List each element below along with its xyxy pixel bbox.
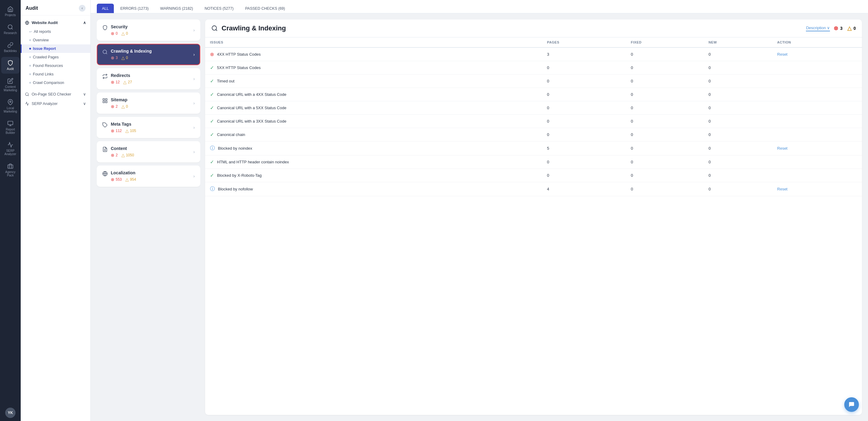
category-card-content[interactable]: Content ⊗ 2 △ 1050 › bbox=[97, 141, 200, 162]
category-card-crawling[interactable]: Crawling & Indexing ⊗ 3 △ 0 bbox=[97, 44, 200, 65]
issue-label: Blocked by noindex bbox=[218, 146, 252, 151]
user-avatar-section: YK bbox=[5, 408, 16, 418]
sidebar-item-serp-analyzer[interactable]: SERP Analyzer bbox=[1, 139, 20, 159]
issue-label: Canonical chain bbox=[217, 132, 245, 137]
action-cell bbox=[772, 61, 862, 74]
issue-label: 5XX HTTP Status Codes bbox=[217, 65, 261, 70]
sidebar-item-local-marketing[interactable]: Local Marketing bbox=[1, 96, 20, 116]
pass-icon: ✓ bbox=[210, 132, 214, 137]
new-cell: 0 bbox=[704, 61, 772, 74]
content-warning-count: △ 1050 bbox=[121, 153, 134, 158]
new-cell: 0 bbox=[704, 88, 772, 101]
description-button[interactable]: Description ∨ bbox=[806, 26, 830, 31]
sidebar-dot bbox=[29, 73, 31, 75]
action-cell: Reset bbox=[772, 47, 862, 61]
website-audit-section: Website Audit ∧ ↩ All reports Overview I… bbox=[21, 15, 90, 90]
localization-title: Localization bbox=[111, 170, 193, 175]
fixed-cell: 0 bbox=[626, 88, 704, 101]
total-errors-count: ⊗ 3 bbox=[834, 25, 842, 32]
chevron-right-icon: › bbox=[193, 125, 195, 130]
action-cell bbox=[772, 128, 862, 141]
new-cell: 0 bbox=[704, 156, 772, 169]
fixed-cell: 0 bbox=[626, 47, 704, 61]
on-page-seo-section[interactable]: On-Page SEO Checker ∨ bbox=[21, 90, 90, 99]
sidebar-overview[interactable]: Overview bbox=[21, 36, 90, 44]
fixed-cell: 0 bbox=[626, 115, 704, 128]
category-card-sitemap[interactable]: Sitemap ⊗ 2 △ 0 › bbox=[97, 93, 200, 114]
category-card-redirects[interactable]: Redirects ⊗ 12 △ 27 › bbox=[97, 68, 200, 90]
fixed-cell: 0 bbox=[626, 74, 704, 88]
tab-passed[interactable]: PASSED CHECKS (69) bbox=[240, 4, 290, 13]
tab-notices[interactable]: NOTICES (5277) bbox=[199, 4, 239, 13]
website-audit-header[interactable]: Website Audit ∧ bbox=[21, 18, 90, 27]
sidebar-dot bbox=[29, 56, 31, 58]
pages-cell: 4 bbox=[542, 182, 626, 196]
sidebar-found-links[interactable]: Found Links bbox=[21, 70, 90, 78]
svg-point-11 bbox=[103, 50, 106, 54]
sidebar-dot-active bbox=[29, 48, 31, 50]
sidebar-item-projects[interactable]: Projects bbox=[1, 3, 20, 20]
chat-button[interactable] bbox=[844, 397, 859, 412]
pages-cell: 0 bbox=[542, 61, 626, 74]
website-audit-chevron: ∧ bbox=[83, 21, 86, 25]
action-cell bbox=[772, 115, 862, 128]
issue-label: Blocked by X-Robots-Tag bbox=[217, 173, 262, 177]
right-panel-header: Crawling & Indexing Description ∨ ⊗ 3 △ … bbox=[205, 20, 862, 37]
new-cell: 0 bbox=[704, 182, 772, 196]
action-cell bbox=[772, 101, 862, 115]
sidebar-issue-report[interactable]: Issue Report bbox=[21, 44, 90, 53]
reset-button[interactable]: Reset bbox=[777, 146, 788, 151]
sidebar-dot bbox=[29, 82, 31, 84]
search-icon-panel bbox=[211, 25, 218, 32]
crawling-title: Crawling & Indexing bbox=[111, 49, 193, 54]
error-circle-icon: ⊗ bbox=[834, 25, 838, 32]
svg-rect-14 bbox=[105, 99, 107, 100]
sidebar-crawled-pages[interactable]: Crawled Pages bbox=[21, 53, 90, 61]
pages-cell: 0 bbox=[542, 88, 626, 101]
icon-navigation: Projects Research Backlinks Audit Conten… bbox=[0, 0, 21, 421]
main-content: ALL ERRORS (1273) WARNINGS (2182) NOTICE… bbox=[91, 0, 868, 421]
issue-label: Canonical URL with a 4XX Status Code bbox=[217, 92, 286, 97]
category-card-localization[interactable]: Localization ⊗ 553 △ 954 bbox=[97, 165, 200, 187]
sidebar-item-report-builder[interactable]: Report Builder bbox=[1, 118, 20, 137]
sidebar-found-resources[interactable]: Found Resources bbox=[21, 61, 90, 70]
serp-analyzer-section[interactable]: SERP Analyzer ∨ bbox=[21, 99, 90, 108]
svg-rect-16 bbox=[103, 101, 104, 103]
tag-icon bbox=[102, 122, 108, 129]
tabs-bar: ALL ERRORS (1273) WARNINGS (2182) NOTICE… bbox=[91, 0, 868, 13]
sidebar-item-content-marketing[interactable]: Content Marketing bbox=[1, 75, 20, 95]
sidebar-item-backlinks[interactable]: Backlinks bbox=[1, 39, 20, 56]
sidebar-item-audit[interactable]: Audit bbox=[1, 57, 20, 74]
fixed-cell: 0 bbox=[626, 141, 704, 156]
category-card-security[interactable]: Security ⊗ 0 △ 0 › bbox=[97, 20, 200, 41]
on-page-chevron: ∨ bbox=[83, 92, 86, 96]
collapse-sidebar-button[interactable]: ‹ bbox=[79, 5, 86, 11]
chevron-right-icon: › bbox=[193, 149, 195, 154]
category-card-meta-tags[interactable]: Meta Tags ⊗ 112 △ 105 bbox=[97, 117, 200, 138]
panel-title: Crawling & Indexing bbox=[222, 24, 802, 32]
tab-warnings[interactable]: WARNINGS (2182) bbox=[155, 4, 198, 13]
redirect-icon bbox=[102, 74, 108, 80]
sidebar-item-research[interactable]: Research bbox=[1, 21, 20, 38]
sidebar-item-agency-pack[interactable]: Agency Pack bbox=[1, 160, 20, 180]
pass-icon: ✓ bbox=[210, 92, 214, 97]
sidebar-crawl-comparison[interactable]: Crawl Comparison bbox=[21, 78, 90, 87]
sidebar-dot bbox=[29, 39, 31, 41]
pages-cell: 0 bbox=[542, 101, 626, 115]
content-title: Content bbox=[111, 146, 193, 151]
info-icon: ⓘ bbox=[210, 186, 215, 192]
file-icon bbox=[102, 147, 108, 153]
crawling-warning-count: △ 0 bbox=[121, 55, 128, 60]
new-cell: 0 bbox=[704, 115, 772, 128]
reset-button[interactable]: Reset bbox=[777, 52, 788, 57]
info-icon: ⓘ bbox=[210, 145, 215, 152]
tab-errors[interactable]: ERRORS (1273) bbox=[115, 4, 154, 13]
tab-all[interactable]: ALL bbox=[97, 4, 114, 13]
reset-button[interactable]: Reset bbox=[777, 187, 788, 191]
avatar[interactable]: YK bbox=[5, 408, 16, 418]
sidebar: Audit ‹ Website Audit ∧ ↩ All reports Ov… bbox=[21, 0, 91, 421]
new-cell: 0 bbox=[704, 74, 772, 88]
table-row: ✓ Blocked by X-Robots-Tag 0 0 0 bbox=[205, 169, 862, 182]
col-fixed: FIXED bbox=[626, 37, 704, 47]
sidebar-all-reports[interactable]: ↩ All reports bbox=[21, 27, 90, 36]
